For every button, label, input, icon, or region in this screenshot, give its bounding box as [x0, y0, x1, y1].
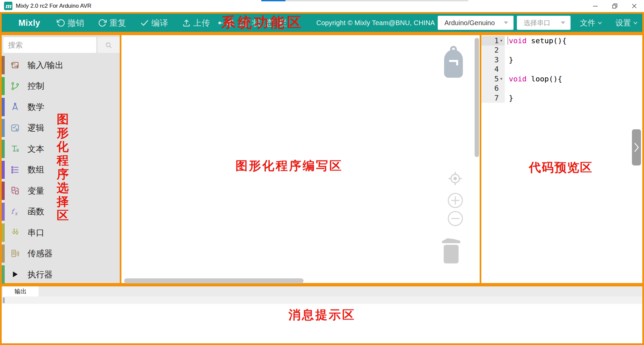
port-selector[interactable]: 选择串口: [517, 16, 571, 30]
file-menu-label: 文件: [580, 18, 595, 28]
code-line-7[interactable]: 7}: [481, 93, 642, 103]
restore-window-icon: [611, 3, 618, 9]
search-input[interactable]: [3, 37, 96, 53]
code-text: void loop(){: [505, 75, 562, 83]
undo-label: 撤销: [67, 17, 84, 28]
code-line-2[interactable]: 2: [481, 46, 642, 55]
category-label: 逻辑: [28, 122, 44, 133]
sidebar-category-1[interactable]: 输入/输出: [2, 55, 120, 76]
close-icon: [631, 3, 638, 9]
fold-arrow-icon[interactable]: ▾: [499, 76, 504, 81]
logic-icon: [10, 123, 20, 133]
minimize-icon: [592, 3, 599, 9]
minimize-button[interactable]: [586, 0, 605, 12]
undo-icon: [56, 18, 65, 27]
sidebar-category-11[interactable]: 执行器: [2, 264, 120, 285]
close-button[interactable]: [625, 0, 644, 12]
control-icon: [10, 81, 20, 91]
category-color-bar: [2, 119, 5, 137]
category-label: 输入/输出: [28, 60, 63, 71]
line-number-gutter: 4: [481, 65, 505, 74]
sidebar-category-3[interactable]: 数学: [2, 96, 120, 118]
chevron-down-icon: [597, 20, 603, 25]
chevron-down-icon: [633, 20, 638, 25]
category-list: 输入/输出控制数学逻辑文本数组变量fx函数串口传感器执行器: [2, 55, 120, 285]
sidebar-category-8[interactable]: fx函数: [2, 201, 120, 222]
code-text: }: [505, 94, 513, 102]
category-color-bar: [2, 245, 5, 263]
chevron-down-icon: [560, 20, 566, 25]
compile-check-icon: [140, 18, 149, 27]
svg-text:x: x: [15, 210, 18, 216]
file-menu[interactable]: 文件: [580, 18, 603, 28]
line-number: 7: [494, 94, 499, 102]
code-line-6[interactable]: 6: [481, 84, 642, 93]
compile-button[interactable]: 编译: [140, 17, 168, 28]
message-panel: 输出 消息提示区: [0, 285, 644, 345]
line-number: 2: [494, 46, 499, 54]
mixly-logo-icon: m: [4, 2, 12, 10]
line-number-gutter: 3: [481, 55, 505, 65]
block-workspace[interactable]: 图形化程序编写区: [120, 33, 481, 285]
trash-icon[interactable]: [440, 236, 462, 264]
code-line-1[interactable]: 1▾void setup(){: [481, 36, 642, 46]
redo-label: 重复: [109, 17, 126, 28]
line-number: 3: [494, 56, 499, 64]
category-label: 数学: [28, 101, 44, 113]
copyright-text: Copyright © Mixly Team@BNU, CHINA: [316, 19, 435, 27]
workspace-vertical-scrollbar[interactable]: [475, 38, 479, 157]
zoom-out-icon[interactable]: [447, 211, 463, 226]
code-editor[interactable]: 1▾void setup(){23}45▾void loop(){67}: [481, 36, 642, 103]
redo-button[interactable]: 重复: [98, 17, 126, 28]
window-controls: [586, 0, 644, 12]
code-line-4[interactable]: 4: [481, 65, 642, 74]
center-blocks-icon[interactable]: [448, 171, 463, 186]
port-selector-value: 选择串口: [524, 18, 550, 27]
zoom-in-icon[interactable]: [447, 193, 463, 208]
keyword-token: void: [509, 37, 527, 45]
tab-output[interactable]: 输出: [3, 286, 39, 296]
sidebar-category-2[interactable]: 控制: [2, 76, 120, 97]
load-progress-done: [261, 0, 285, 1]
category-label: 控制: [28, 80, 44, 91]
category-color-bar: [2, 77, 5, 95]
undo-button[interactable]: 撤销: [56, 17, 84, 28]
sidebar-category-5[interactable]: 文本: [2, 138, 120, 159]
title-bar: m Mixly 2.0 rc2 For Arduino AVR: [0, 0, 644, 12]
code-line-3[interactable]: 3}: [481, 55, 642, 65]
block-palette-sidebar: 输入/输出控制数学逻辑文本数组变量fx函数串口传感器执行器 图形化程序选择区: [0, 33, 121, 285]
fold-arrow-icon[interactable]: ▾: [499, 38, 504, 43]
mixly-brand[interactable]: Mixly: [18, 18, 40, 28]
serial-status-button[interactable]: 串口状态栏: [217, 17, 291, 28]
annotation-workspace-area: 图形化程序编写区: [235, 159, 343, 171]
category-label: 串口: [28, 227, 44, 238]
backpack-icon[interactable]: [443, 45, 464, 78]
line-number-gutter: 1▾: [481, 36, 505, 46]
code-line-5[interactable]: 5▾void loop(){: [481, 74, 642, 84]
category-label: 执行器: [28, 269, 53, 280]
sidebar-category-9[interactable]: 串口: [2, 222, 120, 243]
workspace-horizontal-scrollbar[interactable]: [124, 278, 304, 283]
upload-button[interactable]: 上传: [182, 17, 210, 28]
sidebar-category-6[interactable]: 数组: [2, 159, 120, 181]
chevron-right-icon: [633, 142, 640, 153]
line-number-gutter: 7: [481, 93, 505, 103]
sidebar-category-7[interactable]: 变量: [2, 180, 120, 201]
board-selector[interactable]: Arduino/Genuino: [438, 16, 514, 30]
search-button[interactable]: [98, 37, 120, 53]
category-label: 函数: [28, 206, 44, 217]
code-preview-panel[interactable]: 1▾void setup(){23}45▾void loop(){67} 代码预…: [480, 33, 644, 285]
serial-icon: [10, 227, 20, 237]
keyword-token: void: [509, 75, 527, 83]
sidebar-category-4[interactable]: 逻辑: [2, 118, 120, 139]
output-console-row[interactable]: [2, 296, 642, 304]
category-color-bar: [2, 161, 5, 179]
restore-button[interactable]: [605, 0, 625, 12]
panel-expand-handle[interactable]: [632, 129, 641, 165]
sidebar-category-10[interactable]: 传感器: [2, 243, 120, 264]
category-color-bar: [2, 223, 5, 242]
window-title: Mixly 2.0 rc2 For Arduino AVR: [16, 0, 92, 12]
settings-menu[interactable]: 设置: [615, 18, 638, 28]
compile-label: 编译: [151, 17, 168, 28]
category-label: 数组: [28, 164, 44, 175]
